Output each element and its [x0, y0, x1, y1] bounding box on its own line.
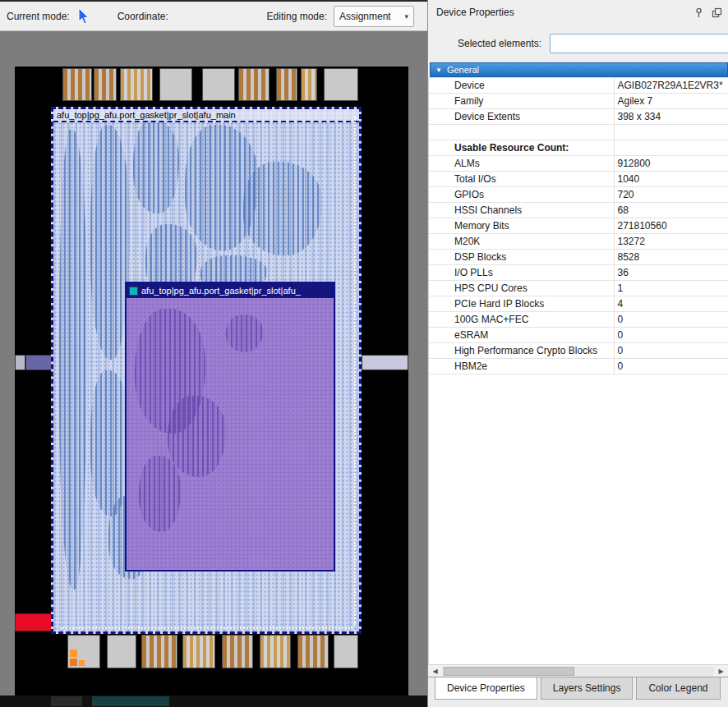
property-label: Usable Resource Count:: [429, 140, 614, 156]
selection-dotted-edge: [60, 627, 352, 629]
pr-slot-region[interactable]: afu_top|pg_afu.port_gasket|pr_slot|afu_m…: [51, 107, 362, 634]
io-bank-block[interactable]: [94, 68, 117, 101]
chip-planner-window: Current mode: Coordinate: Editing mode: …: [0, 0, 728, 707]
property-label: 100G MAC+FEC: [429, 312, 614, 328]
property-label: HPS CPU Cores: [429, 281, 614, 296]
io-bank-block[interactable]: [238, 68, 270, 101]
property-label: GPIOs: [429, 187, 614, 203]
device-properties-panel: Device Properties Selected elements: ▼ G…: [427, 0, 728, 707]
table-row[interactable]: I/O PLLs36: [429, 265, 728, 281]
bottom-taskbar-strip: [0, 696, 427, 707]
property-label: [429, 125, 614, 140]
property-value: 0: [614, 359, 728, 374]
region-color-swatch-icon: [129, 287, 138, 296]
tab-device-properties[interactable]: Device Properties: [435, 677, 537, 700]
utilization-cluster: [90, 125, 130, 360]
afu-inner-region[interactable]: afu_top|pg_afu.port_gasket|pr_slot|afu_: [125, 282, 335, 572]
property-value: 398 x 334: [614, 109, 728, 125]
edge-block[interactable]: [362, 355, 408, 370]
table-row[interactable]: FamilyAgilex 7: [429, 94, 728, 109]
scrollbar-thumb[interactable]: [444, 667, 574, 676]
table-row[interactable]: HBM2e0: [429, 359, 728, 374]
toolbar: Current mode: Coordinate: Editing mode: …: [0, 2, 427, 31]
table-row[interactable]: HPS CPU Cores1: [429, 281, 728, 296]
table-row[interactable]: GPIOs720: [429, 187, 728, 203]
io-bank-block[interactable]: [62, 68, 92, 101]
table-row[interactable]: PCIe Hard IP Blocks4: [429, 296, 728, 312]
inner-region-label: afu_top|pg_afu.port_gasket|pr_slot|afu_: [141, 286, 301, 296]
io-bank-block[interactable]: [276, 68, 297, 101]
pin-icon[interactable]: [692, 6, 705, 19]
table-row[interactable]: ALMs912800: [429, 156, 728, 172]
tab-color-legend[interactable]: Color Legend: [636, 677, 720, 700]
table-row[interactable]: Memory Bits271810560: [429, 218, 728, 234]
property-label: HSSI Channels: [429, 203, 614, 218]
property-label: PCIe Hard IP Blocks: [429, 296, 614, 312]
io-bank-block[interactable]: [67, 635, 100, 668]
table-row[interactable]: HSSI Channels68: [429, 203, 728, 218]
chip-die[interactable]: afu_top|pg_afu.port_gasket|pr_slot|afu_m…: [15, 67, 408, 696]
scrollbar-track[interactable]: [442, 667, 714, 676]
table-row[interactable]: eSRAM0: [429, 328, 728, 343]
device-properties-table: DeviceAGIB027R29A1E2VR3*FamilyAgilex 7De…: [429, 77, 728, 374]
property-value: 4: [614, 296, 728, 312]
io-bank-block[interactable]: [202, 68, 235, 101]
utilization-cluster: [139, 456, 180, 532]
properties-table-area: DeviceAGIB027R29A1E2VR3*FamilyAgilex 7De…: [428, 77, 728, 664]
collapse-triangle-icon: ▼: [435, 67, 442, 74]
io-bank-block[interactable]: [182, 635, 215, 668]
property-label: Device Extents: [429, 109, 614, 125]
general-section-header[interactable]: ▼ General: [430, 62, 728, 77]
tab-layers-settings[interactable]: Layers Settings: [541, 677, 634, 700]
panel-title: Device Properties: [436, 7, 514, 18]
table-row[interactable]: DeviceAGIB027R29A1E2VR3*: [429, 78, 728, 94]
property-label: Total I/Os: [429, 172, 614, 187]
region-label: afu_top|pg_afu.port_gasket|pr_slot|afu_m…: [53, 109, 359, 122]
io-bank-block[interactable]: [334, 635, 358, 668]
table-row[interactable]: Device Extents398 x 334: [429, 109, 728, 125]
chip-viewport[interactable]: afu_top|pg_afu.port_gasket|pr_slot|afu_m…: [0, 31, 427, 696]
table-row[interactable]: Total I/Os1040: [429, 172, 728, 187]
property-label: High Performance Crypto Blocks: [429, 343, 614, 359]
table-row[interactable]: [429, 125, 728, 140]
taskbar-segment: [92, 696, 169, 706]
table-row[interactable]: M20K13272: [429, 234, 728, 250]
scroll-left-icon[interactable]: ◀: [430, 668, 440, 675]
io-bank-block[interactable]: [324, 68, 358, 101]
property-label: Family: [429, 94, 614, 109]
property-value: 0: [614, 328, 728, 343]
property-value: 36: [614, 265, 728, 281]
utilization-cluster: [133, 120, 179, 213]
io-bank-block[interactable]: [120, 68, 153, 101]
property-value: [614, 125, 728, 140]
table-row[interactable]: Usable Resource Count:: [429, 140, 728, 156]
utilization-cluster: [59, 130, 86, 590]
io-bank-block[interactable]: [141, 635, 177, 668]
taskbar-segment: [51, 696, 82, 706]
io-bank-block[interactable]: [301, 68, 317, 101]
table-row[interactable]: High Performance Crypto Blocks0: [429, 343, 728, 359]
property-label: I/O PLLs: [429, 265, 614, 281]
editing-mode-select[interactable]: Assignment ▾: [334, 6, 414, 27]
float-window-icon[interactable]: [710, 6, 723, 19]
inner-region-titlebar[interactable]: afu_top|pg_afu.port_gasket|pr_slot|afu_: [127, 283, 334, 298]
table-row[interactable]: 100G MAC+FEC0: [429, 312, 728, 328]
property-value: 8528: [614, 250, 728, 265]
table-row[interactable]: DSP Blocks8528: [429, 250, 728, 265]
coordinate-label: Coordinate:: [117, 11, 168, 22]
property-value: 68: [614, 203, 728, 218]
property-value: [614, 140, 728, 156]
property-value: 912800: [614, 156, 728, 172]
io-bank-block[interactable]: [260, 635, 291, 668]
io-bank-block[interactable]: [159, 68, 192, 101]
red-highlight-block[interactable]: [15, 613, 56, 631]
property-value: 13272: [614, 234, 728, 250]
horizontal-scrollbar[interactable]: ◀ ▶: [428, 664, 728, 677]
selected-elements-select[interactable]: [550, 34, 728, 53]
io-bank-block[interactable]: [297, 635, 329, 668]
io-bank-block[interactable]: [107, 635, 136, 668]
io-bank-block[interactable]: [222, 635, 253, 668]
scroll-right-icon[interactable]: ▶: [716, 668, 726, 675]
cursor-arrow-icon: [76, 7, 90, 25]
edge-block[interactable]: [15, 355, 25, 370]
